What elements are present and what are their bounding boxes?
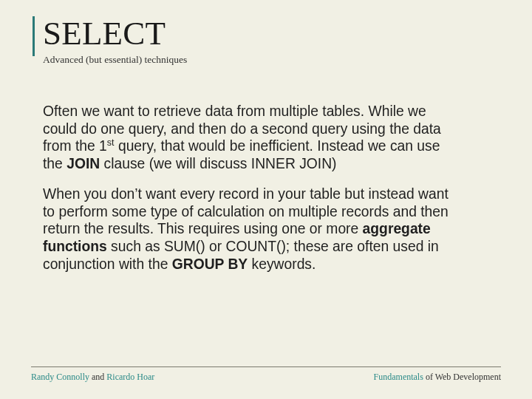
- footer-authors: Randy Connolly and Ricardo Hoar: [31, 372, 154, 383]
- p1-text-c: clause (we will discuss INNER JOIN): [100, 156, 336, 171]
- p1-join-bold: JOIN: [66, 156, 100, 171]
- footer-book-word: Fundamentals: [374, 372, 423, 382]
- footer-and: and: [89, 372, 106, 382]
- p1-superscript: st: [107, 137, 115, 148]
- footer-book: Fundamentals of Web Development: [374, 372, 501, 383]
- footer-book-rest: of Web Development: [423, 372, 501, 382]
- p2-groupby-bold: GROUP BY: [172, 256, 248, 272]
- footer-author-1: Randy Connolly: [31, 372, 89, 382]
- footer-divider: [31, 366, 501, 367]
- paragraph-2: When you don’t want every record in your…: [43, 185, 460, 273]
- slide-subtitle: Advanced (but essential) techniques: [43, 54, 489, 66]
- paragraph-1: Often we want to retrieve data from mult…: [43, 103, 460, 172]
- accent-bar: [33, 16, 35, 56]
- slide: SELECT Advanced (but essential) techniqu…: [0, 0, 532, 399]
- footer: Randy Connolly and Ricardo Hoar Fundamen…: [31, 366, 501, 383]
- p2-text-c: keywords.: [248, 256, 316, 272]
- slide-title: SELECT: [43, 16, 489, 51]
- footer-author-2: Ricardo Hoar: [106, 372, 154, 382]
- footer-row: Randy Connolly and Ricardo Hoar Fundamen…: [31, 372, 501, 383]
- body-text: Often we want to retrieve data from mult…: [43, 103, 489, 273]
